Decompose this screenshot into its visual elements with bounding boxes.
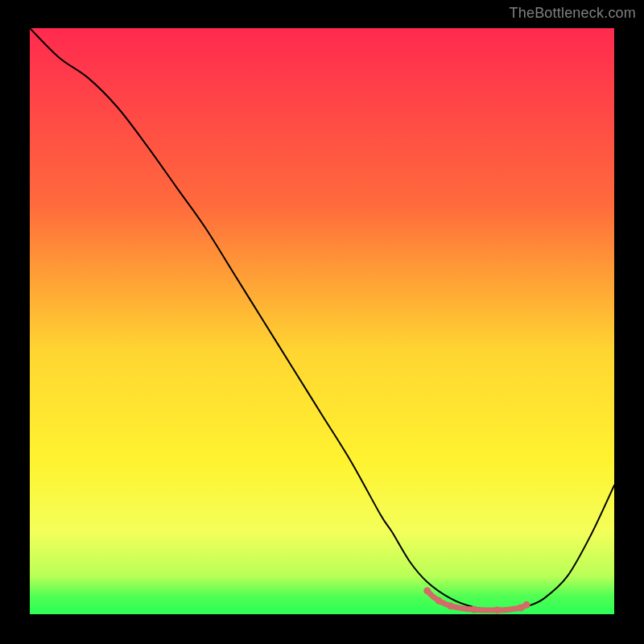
watermark-label: TheBottleneck.com xyxy=(510,5,636,22)
plateau-dot xyxy=(423,587,431,594)
plateau-dot xyxy=(447,602,454,609)
gradient-rect xyxy=(30,28,614,614)
plateau-dot xyxy=(523,601,530,609)
plateau-dot xyxy=(436,597,443,605)
plateau-dot xyxy=(493,606,501,613)
chart-canvas: TheBottleneck.com xyxy=(0,0,644,644)
plot-svg xyxy=(30,28,614,614)
plot-area xyxy=(30,28,614,614)
plateau-dot xyxy=(470,606,477,613)
